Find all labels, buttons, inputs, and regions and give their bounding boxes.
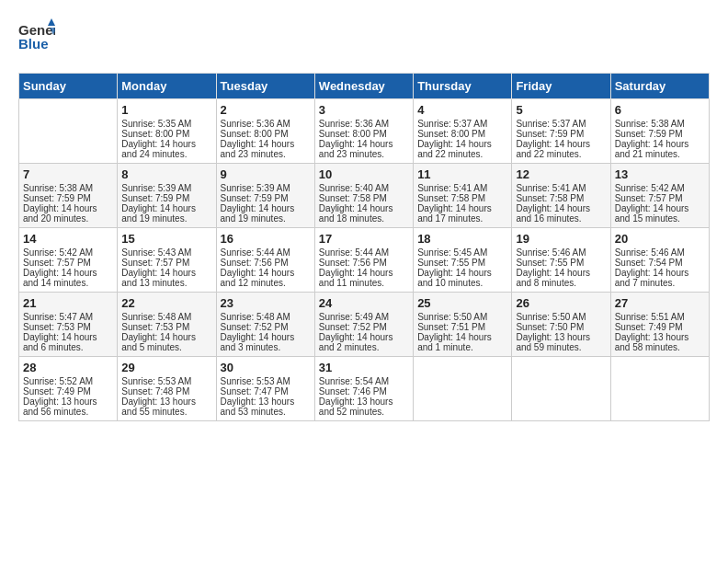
day-info-line: Sunset: 7:59 PM — [221, 193, 311, 203]
calendar-week-row: 21Sunrise: 5:47 AMSunset: 7:53 PMDayligh… — [19, 293, 710, 357]
day-info-line: and 16 minutes. — [516, 213, 606, 224]
day-info-line: Sunset: 8:00 PM — [417, 129, 507, 139]
logo-image: General Blue — [18, 18, 55, 63]
day-info-line: Sunset: 7:53 PM — [23, 322, 113, 332]
day-info-line: Sunrise: 5:47 AM — [23, 312, 113, 322]
calendar-cell: 19Sunrise: 5:46 AMSunset: 7:55 PMDayligh… — [512, 228, 610, 293]
day-info-line: and 13 minutes. — [121, 278, 211, 288]
day-info-line: and 22 minutes. — [516, 149, 606, 159]
day-info-line: Daylight: 13 hours — [319, 396, 409, 407]
day-info-line: Sunrise: 5:39 AM — [121, 183, 211, 193]
calendar-cell: 12Sunrise: 5:41 AMSunset: 7:58 PMDayligh… — [512, 164, 610, 228]
day-number: 12 — [516, 167, 606, 181]
day-info-line: Sunset: 7:59 PM — [516, 129, 606, 139]
day-info-line: Sunrise: 5:36 AM — [319, 119, 409, 129]
day-info-line: and 1 minute. — [417, 342, 507, 352]
calendar-cell: 3Sunrise: 5:36 AMSunset: 8:00 PMDaylight… — [314, 99, 413, 164]
calendar-week-row: 28Sunrise: 5:52 AMSunset: 7:49 PMDayligh… — [19, 357, 710, 421]
header: General Blue — [18, 18, 710, 63]
svg-text:Blue: Blue — [18, 36, 49, 52]
day-number: 3 — [319, 103, 409, 117]
day-info-line: Sunset: 7:57 PM — [121, 258, 211, 268]
calendar-cell: 22Sunrise: 5:48 AMSunset: 7:53 PMDayligh… — [118, 293, 216, 357]
day-number: 28 — [23, 361, 113, 374]
day-info-line: Daylight: 14 hours — [23, 268, 113, 278]
calendar-week-row: 14Sunrise: 5:42 AMSunset: 7:57 PMDayligh… — [19, 228, 710, 293]
day-info-line: Daylight: 14 hours — [417, 332, 507, 342]
calendar-cell: 29Sunrise: 5:53 AMSunset: 7:48 PMDayligh… — [118, 357, 216, 421]
day-info-line: Daylight: 14 hours — [23, 332, 113, 342]
day-info-line: Daylight: 14 hours — [615, 203, 705, 213]
weekday-header: Wednesday — [314, 74, 413, 99]
day-info-line: Sunrise: 5:36 AM — [221, 119, 311, 129]
calendar-cell: 6Sunrise: 5:38 AMSunset: 7:59 PMDaylight… — [610, 99, 709, 164]
day-info-line: Daylight: 13 hours — [23, 396, 113, 407]
day-info-line: Sunrise: 5:48 AM — [121, 312, 211, 322]
day-number: 23 — [221, 296, 311, 310]
calendar-cell: 31Sunrise: 5:54 AMSunset: 7:46 PMDayligh… — [314, 357, 413, 421]
day-info-line: Sunrise: 5:42 AM — [615, 183, 705, 193]
day-info-line: Sunrise: 5:46 AM — [516, 247, 606, 258]
day-info-line: Daylight: 14 hours — [615, 268, 705, 278]
day-info-line: Daylight: 14 hours — [121, 332, 211, 342]
logo: General Blue — [18, 18, 55, 63]
day-number: 6 — [615, 103, 705, 117]
day-number: 5 — [516, 103, 606, 117]
day-info-line: Sunrise: 5:41 AM — [417, 183, 507, 193]
calendar-cell: 7Sunrise: 5:38 AMSunset: 7:59 PMDaylight… — [19, 164, 118, 228]
day-info-line: and 53 minutes. — [221, 407, 311, 417]
day-number: 19 — [516, 232, 606, 246]
day-info-line: Sunrise: 5:35 AM — [121, 119, 211, 129]
day-info-line: Sunset: 7:56 PM — [221, 258, 311, 268]
day-info-line: Sunrise: 5:45 AM — [417, 247, 507, 258]
calendar-cell — [414, 357, 512, 421]
day-number: 26 — [516, 296, 606, 310]
day-info-line: Sunrise: 5:51 AM — [615, 312, 705, 322]
day-number: 21 — [23, 296, 113, 310]
day-number: 2 — [221, 103, 311, 117]
calendar-cell: 11Sunrise: 5:41 AMSunset: 7:58 PMDayligh… — [414, 164, 512, 228]
day-number: 24 — [319, 296, 409, 310]
day-info-line: and 2 minutes. — [319, 342, 409, 352]
day-info-line: and 14 minutes. — [23, 278, 113, 288]
day-number: 20 — [615, 232, 705, 246]
day-number: 17 — [319, 232, 409, 246]
day-info-line: Sunset: 7:57 PM — [615, 193, 705, 203]
day-info-line: Sunrise: 5:49 AM — [319, 312, 409, 322]
weekday-header: Monday — [118, 74, 216, 99]
day-number: 8 — [121, 167, 211, 181]
calendar-cell: 27Sunrise: 5:51 AMSunset: 7:49 PMDayligh… — [610, 293, 709, 357]
calendar-cell: 10Sunrise: 5:40 AMSunset: 7:58 PMDayligh… — [314, 164, 413, 228]
day-number: 10 — [319, 167, 409, 181]
day-number: 25 — [417, 296, 507, 310]
day-info-line: Sunrise: 5:44 AM — [319, 247, 409, 258]
day-info-line: Sunset: 8:00 PM — [121, 129, 211, 139]
day-info-line: Sunset: 7:56 PM — [319, 258, 409, 268]
day-number: 29 — [121, 361, 211, 374]
day-number: 22 — [121, 296, 211, 310]
calendar-cell: 9Sunrise: 5:39 AMSunset: 7:59 PMDaylight… — [216, 164, 314, 228]
day-info-line: Sunrise: 5:37 AM — [516, 119, 606, 129]
day-info-line: and 12 minutes. — [221, 278, 311, 288]
day-info-line: Sunrise: 5:53 AM — [121, 376, 211, 386]
calendar-cell: 28Sunrise: 5:52 AMSunset: 7:49 PMDayligh… — [19, 357, 118, 421]
calendar-cell: 20Sunrise: 5:46 AMSunset: 7:54 PMDayligh… — [610, 228, 709, 293]
day-info-line: and 24 minutes. — [121, 149, 211, 159]
day-info-line: Daylight: 13 hours — [121, 396, 211, 407]
day-info-line: Sunset: 7:46 PM — [319, 386, 409, 396]
weekday-header: Friday — [512, 74, 610, 99]
calendar-cell — [610, 357, 709, 421]
day-info-line: Daylight: 13 hours — [516, 332, 606, 342]
day-info-line: Sunrise: 5:37 AM — [417, 119, 507, 129]
day-info-line: and 5 minutes. — [121, 342, 211, 352]
day-info-line: and 17 minutes. — [417, 213, 507, 224]
day-info-line: Sunset: 7:47 PM — [221, 386, 311, 396]
calendar: SundayMondayTuesdayWednesdayThursdayFrid… — [18, 73, 710, 421]
calendar-cell: 23Sunrise: 5:48 AMSunset: 7:52 PMDayligh… — [216, 293, 314, 357]
day-info-line: Sunset: 7:52 PM — [221, 322, 311, 332]
day-number: 18 — [417, 232, 507, 246]
calendar-cell: 26Sunrise: 5:50 AMSunset: 7:50 PMDayligh… — [512, 293, 610, 357]
day-info-line: Sunset: 7:58 PM — [516, 193, 606, 203]
calendar-cell: 30Sunrise: 5:53 AMSunset: 7:47 PMDayligh… — [216, 357, 314, 421]
day-info-line: Sunrise: 5:54 AM — [319, 376, 409, 386]
